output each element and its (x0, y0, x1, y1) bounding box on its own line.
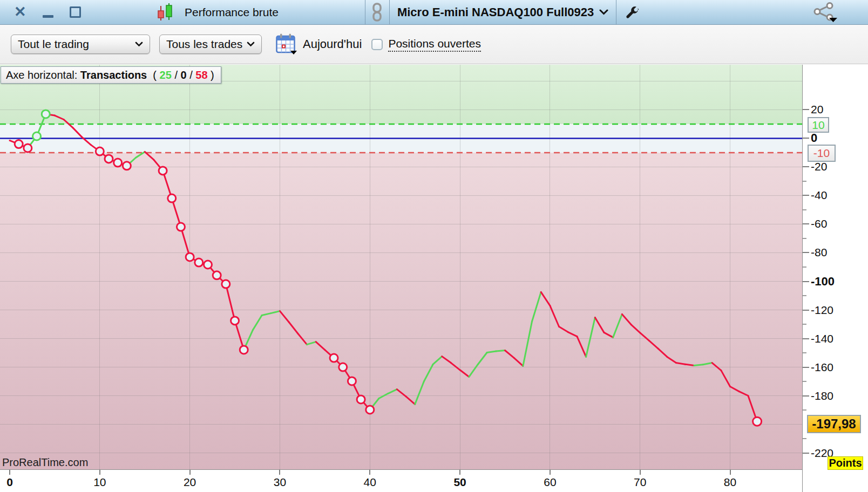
y-axis-minor-tick (803, 238, 806, 239)
horizontal-axis-badge[interactable]: Axe horizontal: Transactions ( 25 / 0 / … (1, 66, 221, 84)
trade-marker (339, 363, 347, 371)
maximize-icon[interactable] (70, 6, 81, 18)
chevron-down-icon (247, 42, 255, 47)
trades-filter-select[interactable]: Tous les trades (159, 35, 262, 54)
x-axis-label: 40 (364, 476, 376, 489)
x-axis-label: 20 (184, 476, 196, 489)
y-axis-tick (803, 109, 809, 110)
share-icon[interactable] (813, 2, 838, 22)
y-axis-tick (803, 252, 809, 253)
loss-zone (0, 153, 802, 469)
y-axis-minor-tick (803, 324, 806, 325)
axis-badge-paren: ) (208, 69, 214, 81)
y-axis-label: -180 (811, 390, 833, 402)
x-axis-tick (369, 470, 370, 475)
win-count: 25 (160, 69, 172, 81)
x-axis: 01020304050607080 (0, 469, 802, 492)
y-axis-minor-tick (803, 438, 806, 439)
y-axis-minor-tick (803, 295, 806, 296)
trade-marker (240, 346, 248, 354)
neutral-count: 0 (181, 69, 187, 81)
y-axis-tick (803, 138, 809, 139)
trade-marker (231, 317, 239, 325)
y-axis-minor-tick (803, 209, 806, 210)
x-axis-label: 50 (453, 476, 466, 489)
unit-label: Points (828, 456, 863, 470)
axis-badge-name: Transactions (80, 69, 147, 81)
calendar-icon[interactable] (276, 33, 297, 55)
x-axis-label: 10 (93, 476, 106, 489)
x-axis-tick (9, 470, 10, 475)
performance-window: ✕ Performance brute Micro E-mini NASDAQ1… (0, 0, 868, 492)
instrument-select[interactable]: Micro E-mini NASDAQ100 Full0923 (397, 5, 608, 19)
x-axis-label: 0 (6, 476, 13, 489)
trade-marker (357, 395, 365, 404)
trade-marker (96, 147, 104, 155)
x-axis-tick (99, 470, 100, 475)
y-axis-tick (803, 338, 809, 339)
axis-badge-slash: / (187, 69, 196, 81)
axis-badge-prefix: Axe horizontal: (6, 69, 80, 81)
open-positions-checkbox[interactable] (371, 39, 383, 50)
trade-marker (330, 354, 338, 362)
y-axis-tick (803, 223, 809, 224)
trade-marker (204, 261, 212, 269)
y-axis-tick (803, 367, 809, 368)
equity-segment (694, 365, 703, 366)
x-axis-tick (189, 470, 191, 475)
x-axis-tick (550, 470, 551, 475)
x-axis-label: 70 (634, 476, 646, 489)
axis-badge-slash: / (172, 69, 181, 81)
title-bar: ✕ Performance brute Micro E-mini NASDAQ1… (0, 0, 868, 25)
x-axis-tick (730, 470, 731, 475)
x-axis-tick (459, 470, 460, 475)
trade-marker (42, 110, 50, 118)
chart-area: Axe horizontal: Transactions ( 25 / 0 / … (0, 65, 802, 469)
settings-wrench-icon[interactable] (623, 4, 639, 20)
trading-scope-select[interactable]: Tout le trading (11, 35, 150, 54)
loss-count: 58 (195, 69, 207, 81)
performance-chart[interactable] (0, 65, 802, 469)
y-axis-tick (803, 453, 809, 454)
minimize-icon[interactable] (43, 15, 53, 18)
equity-segment (496, 351, 505, 352)
trade-marker (168, 194, 176, 202)
y-axis-label: -100 (811, 275, 835, 289)
trade-marker (24, 144, 32, 152)
titlebar-separator (365, 0, 365, 24)
y-axis-label: -120 (811, 304, 833, 317)
y-axis-tick (803, 395, 809, 397)
trade-marker (222, 280, 230, 288)
x-axis-tick (279, 470, 280, 475)
upper-threshold-label: 10 (808, 117, 829, 133)
last-value-label: -197,98 (807, 415, 861, 433)
axis-badge-paren: ( (147, 69, 159, 81)
date-range-label[interactable]: Aujourd'hui (303, 37, 362, 51)
trade-marker (348, 377, 356, 385)
trade-marker (105, 155, 113, 163)
y-axis-label: -60 (811, 217, 827, 230)
prorealtime-watermark: ProRealTime.com (2, 456, 88, 469)
trade-marker (114, 159, 122, 167)
y-axis-minor-tick (803, 381, 806, 382)
trade-marker (753, 417, 762, 426)
y-axis: 200-20-40-60-80-100-120-140-160-180-2201… (802, 65, 868, 492)
titlebar-separator (389, 0, 390, 24)
open-positions-label[interactable]: Positions ouvertes (388, 37, 481, 52)
trade-marker (195, 258, 203, 266)
y-axis-label: -20 (811, 160, 827, 173)
trade-marker (186, 253, 194, 261)
y-axis-tick (803, 166, 809, 167)
y-axis-label: -80 (811, 246, 827, 259)
trade-marker (159, 167, 167, 175)
trade-marker (213, 271, 221, 279)
close-icon[interactable]: ✕ (14, 5, 26, 19)
y-axis-minor-tick (803, 409, 806, 411)
filter-toolbar: Tout le trading Tous les trades (0, 25, 868, 64)
candlestick-icon (157, 2, 177, 23)
y-axis-label: 20 (811, 103, 823, 116)
y-axis-tick (803, 310, 809, 311)
window-title: Performance brute (185, 6, 279, 19)
x-axis-label: 30 (274, 476, 286, 489)
link-windows-icon[interactable] (371, 3, 384, 22)
